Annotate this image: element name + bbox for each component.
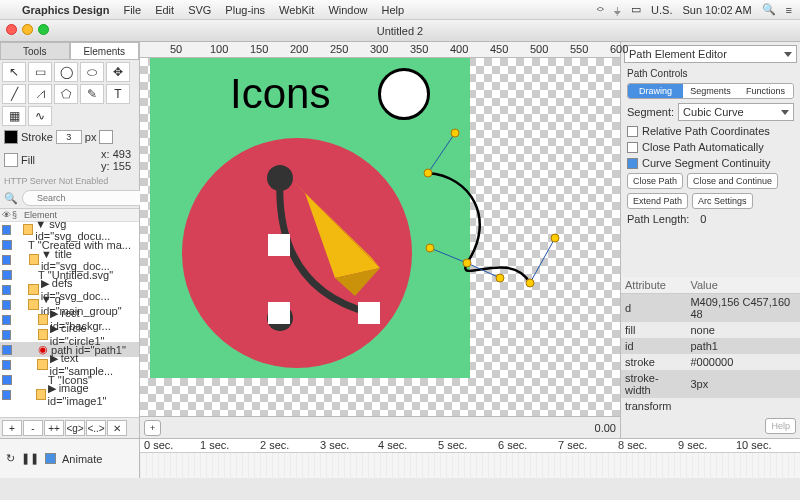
rect-tool[interactable]: ▭ — [28, 62, 52, 82]
tab-functions[interactable]: Functions — [738, 84, 793, 98]
svg-point-12 — [426, 244, 434, 252]
delete-button[interactable]: ✕ — [107, 420, 127, 436]
close-window-button[interactable] — [6, 24, 17, 35]
close-path-button[interactable]: Close Path — [627, 173, 683, 189]
menu-window[interactable]: Window — [328, 4, 367, 16]
path-tab-group: Drawing Segments Functions — [627, 83, 794, 99]
menu-icon[interactable]: ≡ — [786, 4, 792, 16]
attr-row[interactable]: idpath1 — [621, 338, 800, 354]
canvas-footer: + 0.00 — [140, 416, 620, 438]
tree-row[interactable]: ▶ circle id="circle1" — [0, 327, 139, 342]
minimize-window-button[interactable] — [22, 24, 33, 35]
attr-row[interactable]: fillnone — [621, 322, 800, 338]
ellipse-tool[interactable]: ⬭ — [80, 62, 104, 82]
attr-row[interactable]: dM409,156 C457,160 48 — [621, 294, 800, 323]
ruler-horizontal: 50100150200250300350400450500550600 — [140, 42, 620, 58]
pause-icon[interactable]: ❚❚ — [21, 452, 39, 465]
timeline-ruler: 0 sec.1 sec.2 sec.3 sec.4 sec.5 sec.6 se… — [140, 439, 800, 453]
window-titlebar: Untitled 2 — [0, 20, 800, 42]
svg-point-13 — [496, 274, 504, 282]
pen-tool[interactable]: ✎ — [80, 84, 104, 104]
continuity-checkbox[interactable] — [627, 158, 638, 169]
search-icon[interactable]: 🔍 — [762, 3, 776, 16]
svg-point-15 — [551, 234, 559, 242]
attr-row[interactable]: transform — [621, 398, 800, 414]
artboard: Icons — [150, 58, 470, 378]
menu-webkit[interactable]: WebKit — [279, 4, 314, 16]
tab-tools[interactable]: Tools — [0, 42, 70, 60]
help-button[interactable]: Help — [765, 418, 796, 434]
extend-path-button[interactable]: Extend Path — [627, 193, 688, 209]
svg-line-5 — [428, 133, 455, 173]
menu-plugins[interactable]: Plug-ins — [225, 4, 265, 16]
artwork-svg — [160, 58, 620, 378]
battery-icon[interactable]: ⏚ — [614, 4, 621, 16]
more-button[interactable]: <..> — [86, 420, 106, 436]
tree-row[interactable]: ▼ title id="svg_doc... — [0, 252, 139, 267]
tab-segments[interactable]: Segments — [683, 84, 738, 98]
menu-svg[interactable]: SVG — [188, 4, 211, 16]
clock-label[interactable]: Sun 10:02 AM — [682, 4, 751, 16]
app-name[interactable]: Graphics Design — [22, 4, 109, 16]
line-tool[interactable]: ╱ — [2, 84, 26, 104]
macos-menubar: Graphics Design File Edit SVG Plug-ins W… — [0, 0, 800, 20]
zoom-window-button[interactable] — [38, 24, 49, 35]
text-tool[interactable]: T — [106, 84, 130, 104]
svg-point-10 — [451, 129, 459, 137]
menu-file[interactable]: File — [123, 4, 141, 16]
timeline-panel: ↻ ❚❚ Animate 0 sec.1 sec.2 sec.3 sec.4 s… — [0, 438, 800, 478]
circle-tool[interactable]: ◯ — [54, 62, 78, 82]
chevron-down-icon — [781, 110, 789, 115]
chevron-down-icon — [784, 52, 792, 57]
close-auto-checkbox[interactable] — [627, 142, 638, 153]
polygon-tool[interactable]: ⬠ — [54, 84, 78, 104]
stroke-style-swatch[interactable] — [99, 130, 113, 144]
footer-add-button[interactable]: + — [144, 420, 161, 436]
tab-elements[interactable]: Elements — [70, 42, 140, 60]
stroke-width-input[interactable] — [56, 130, 82, 144]
fill-swatch[interactable] — [4, 153, 18, 167]
tree-row[interactable]: ▶ image id="image1" — [0, 387, 139, 402]
timeline-tracks[interactable] — [140, 453, 800, 479]
pointer-tool[interactable]: ↖ — [2, 62, 26, 82]
path-controls-title: Path Controls — [621, 66, 800, 81]
right-panel: Path Element Editor Path Controls Drawin… — [620, 42, 800, 438]
path-length-value: 0 — [700, 213, 706, 225]
image-tool[interactable]: ▦ — [2, 106, 26, 126]
menu-edit[interactable]: Edit — [155, 4, 174, 16]
locale-label: U.S. — [651, 4, 672, 16]
menu-help[interactable]: Help — [382, 4, 405, 16]
attr-row[interactable]: stroke-width3px — [621, 370, 800, 398]
svg-line-8 — [530, 238, 555, 283]
wifi-icon[interactable]: ⌔ — [597, 4, 604, 16]
relative-coords-checkbox[interactable] — [627, 126, 638, 137]
tab-drawing[interactable]: Drawing — [628, 84, 683, 98]
tree-row[interactable]: ▶ text id="sample... — [0, 357, 139, 372]
group-button[interactable]: <g> — [65, 420, 85, 436]
stroke-swatch[interactable] — [4, 130, 18, 144]
arc-settings-button[interactable]: Arc Settings — [692, 193, 753, 209]
path-tool[interactable]: ∿ — [28, 106, 52, 126]
panel-selector[interactable]: Path Element Editor — [624, 45, 797, 63]
segment-select[interactable]: Cubic Curve — [678, 103, 794, 121]
add-button[interactable]: + — [2, 420, 22, 436]
animate-checkbox[interactable] — [45, 453, 56, 464]
attr-row[interactable]: stroke#000000 — [621, 354, 800, 370]
add-many-button[interactable]: ++ — [44, 420, 64, 436]
svg-point-9 — [424, 169, 432, 177]
close-continue-button[interactable]: Close and Continue — [687, 173, 778, 189]
svg-rect-4 — [268, 302, 290, 324]
search-icon: 🔍 — [4, 192, 18, 205]
animate-label: Animate — [62, 453, 102, 465]
polyline-tool[interactable]: ⩘ — [28, 84, 52, 104]
left-panel: Tools Elements ↖ ▭ ◯ ⬭ ✥ ╱ ⩘ ⬠ ✎ T ▦ ∿ S… — [0, 42, 140, 438]
remove-button[interactable]: - — [23, 420, 43, 436]
flag-icon[interactable]: ▭ — [631, 3, 641, 16]
loop-icon[interactable]: ↻ — [6, 452, 15, 465]
transform-tool[interactable]: ✥ — [106, 62, 130, 82]
svg-point-14 — [526, 279, 534, 287]
tree-row[interactable]: ▼ svg id="svg_docu... — [0, 222, 139, 237]
canvas[interactable]: Icons — [140, 58, 620, 416]
coord-y: y: 155 — [101, 160, 131, 172]
stroke-unit: px — [85, 131, 97, 143]
